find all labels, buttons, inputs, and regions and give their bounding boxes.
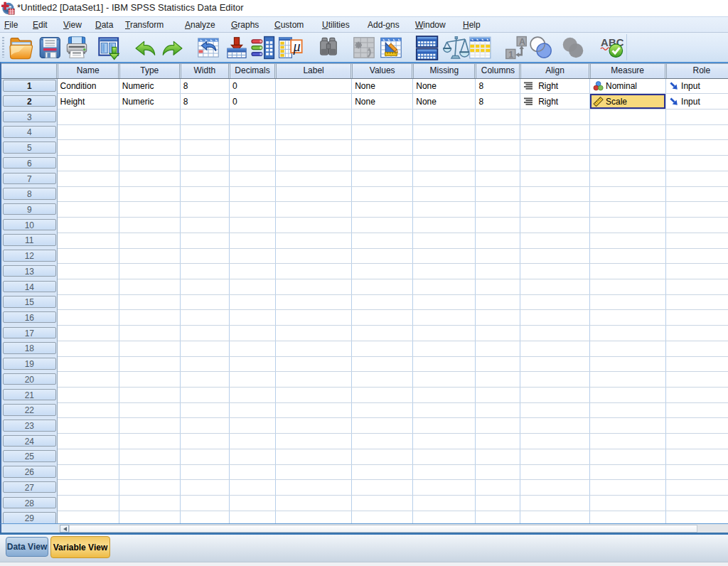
svg-text:1: 1 bbox=[508, 50, 513, 60]
svg-text:A: A bbox=[519, 37, 525, 47]
svg-text:μ: μ bbox=[293, 38, 301, 55]
